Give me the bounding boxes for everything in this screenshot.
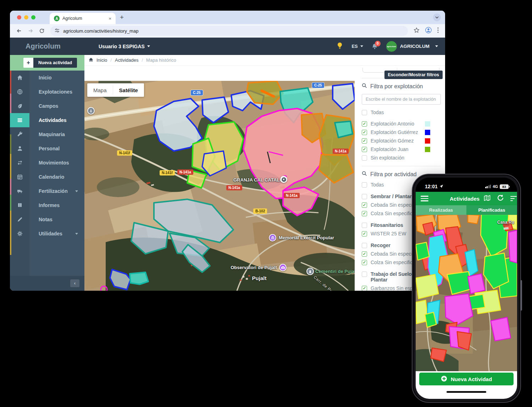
sidebar-item-fertilizacion[interactable]: Fertilización (10, 184, 84, 198)
sidebar-item-actividades[interactable]: Actividades (10, 113, 84, 127)
map-type-map-button[interactable]: Mapa (87, 83, 113, 97)
filter-row-explotacion-gutierrez[interactable]: Explotación Gutiérrez (362, 129, 441, 135)
browser-menu-icon[interactable] (437, 27, 439, 34)
checkbox-checked[interactable] (362, 147, 367, 152)
sidebar-item-personal[interactable]: Personal (10, 141, 84, 156)
color-swatch (425, 130, 430, 135)
checkbox-unchecked[interactable] (362, 243, 367, 248)
sidebar-item-inicio[interactable]: Inicio (10, 71, 84, 85)
menu-hamburger-icon[interactable] (421, 196, 428, 201)
sidebar-item-movimientos[interactable]: Movimientos (10, 156, 84, 170)
browser-tab[interactable]: A Agricolum × (50, 13, 116, 24)
sidebar-item-informes[interactable]: Informes (10, 198, 84, 212)
road-badge-n141f: N-141f (117, 150, 132, 156)
breadcrumb-separator: / (110, 57, 112, 63)
filter-row-explotacion-juan[interactable]: Explotación Juan (362, 146, 441, 152)
cementiri-marker-icon[interactable] (306, 268, 314, 275)
checkbox-unchecked[interactable] (362, 110, 367, 115)
checkbox-checked[interactable] (362, 138, 367, 144)
reload-icon[interactable] (39, 28, 45, 34)
bookmark-star-icon[interactable] (414, 27, 420, 35)
checkbox-unchecked[interactable] (362, 223, 367, 228)
checkbox-checked[interactable] (362, 211, 367, 216)
new-activity-label: Nueva actividad (33, 58, 77, 68)
checkbox-unchecked[interactable] (362, 182, 367, 188)
poi-label-cementiri[interactable]: Cementiri de Pujalt (315, 269, 355, 274)
poi-label-memorial[interactable]: Memorial Exèrcit Popular (279, 235, 334, 240)
sync-icon[interactable] (497, 194, 504, 203)
tab-search-chevron-icon[interactable] (433, 13, 441, 21)
sidebar-item-campos[interactable]: Campos (10, 99, 84, 113)
back-icon[interactable] (16, 28, 22, 34)
sidebar-item-explotaciones[interactable]: Explotaciones (10, 85, 84, 99)
home-icon (10, 71, 29, 85)
filter-icon[interactable] (510, 196, 517, 201)
window-controls[interactable] (10, 15, 41, 19)
close-window-button[interactable] (17, 15, 21, 19)
checkbox-checked[interactable] (362, 231, 367, 236)
filter-row-todas-explotacion[interactable]: Todas (362, 110, 441, 115)
phone-new-activity-button[interactable]: Nueva Actividad (419, 373, 514, 385)
minimize-window-button[interactable] (24, 15, 28, 19)
home-indicator[interactable] (447, 391, 486, 393)
notifications-button[interactable]: 0 (372, 43, 378, 50)
poi-label-pujalt[interactable]: Pujalt (243, 275, 275, 281)
language-selector[interactable]: ES (351, 44, 363, 49)
user-menu-label: Usuario 3 ESPIGAS (99, 44, 145, 49)
close-tab-icon[interactable]: × (108, 16, 112, 21)
filter-row-explotacion-gomez[interactable]: Explotación Gómez (362, 138, 441, 144)
checkbox-unchecked[interactable] (362, 194, 367, 199)
history-map[interactable]: Mapa Satélite C-25 C-25 N-141f N-141f N-… (84, 81, 355, 291)
breadcrumb-home[interactable]: Inicio (96, 57, 107, 63)
collapse-sidebar-button[interactable]: ‹ (70, 279, 79, 287)
forward-icon[interactable] (28, 28, 33, 34)
checkbox-checked[interactable] (362, 260, 367, 265)
checkbox-unchecked[interactable] (362, 272, 367, 277)
profile-avatar-icon[interactable] (425, 27, 432, 35)
checkbox-checked[interactable] (362, 202, 367, 208)
checkbox-checked[interactable] (362, 130, 367, 135)
idea-lightbulb-icon[interactable] (337, 42, 343, 51)
sidebar-item-utilidades[interactable]: Utilidades (10, 227, 84, 241)
breadcrumb-section[interactable]: Actividades (115, 57, 138, 63)
user-menu[interactable]: Usuario 3 ESPIGAS (99, 44, 150, 49)
transfer-arrows-icon (10, 156, 29, 170)
color-swatch (425, 147, 430, 152)
granja-marker-icon[interactable] (280, 176, 287, 183)
phone-side-button (520, 280, 522, 311)
new-activity-button[interactable]: + Nueva actividad (23, 58, 77, 68)
observatori-marker-icon[interactable] (279, 264, 287, 271)
chevron-down-icon (435, 45, 438, 47)
checkbox-checked[interactable] (362, 121, 367, 127)
sidebar-item-maquinaria[interactable]: Maquinaria (10, 127, 84, 141)
phone-tabs: Realizadas Planificadas (416, 205, 517, 215)
zoom-window-button[interactable] (31, 15, 35, 19)
tab-planificadas[interactable]: Planificadas (466, 205, 517, 215)
checkbox-checked[interactable] (362, 286, 367, 291)
map-type-satellite-button[interactable]: Satélite (113, 83, 144, 97)
account-menu[interactable]: agricolum AGRICOLUM (386, 41, 438, 52)
monument-marker-icon[interactable] (87, 107, 95, 115)
checkbox-checked[interactable] (362, 251, 367, 257)
road-badge-b102: B-102 (253, 208, 267, 214)
tab-realizadas[interactable]: Realizadas (416, 205, 466, 215)
site-settings-icon[interactable] (55, 28, 60, 34)
filter-row-sin-explotacion[interactable]: Sin explotación (362, 155, 441, 161)
poi-label-granja[interactable]: GRANJA CAL CATALÀ (233, 177, 283, 183)
explotacion-search-input[interactable] (362, 94, 441, 105)
poi-label-observatori[interactable]: Observatori de Pujalt (225, 265, 277, 270)
sidebar-item-label: Informes (29, 202, 84, 208)
phone-map[interactable]: Casa Ru (416, 215, 517, 371)
map-icon[interactable] (484, 195, 491, 202)
sidebar-item-calendario[interactable]: Calendario (10, 170, 84, 184)
app-brand[interactable]: Agricolum (10, 42, 84, 50)
memorial-marker-icon[interactable] (269, 234, 276, 241)
sidebar-item-notas[interactable]: Notas (10, 212, 84, 227)
filter-row-label: WISTER 25 EW (371, 231, 406, 236)
new-tab-button[interactable]: + (120, 13, 124, 21)
sidebar-footer: ‹ (10, 276, 84, 291)
checkbox-unchecked[interactable] (362, 155, 367, 161)
address-bar[interactable]: agricolum.com/activities/history_map (50, 26, 408, 36)
filter-row-explotacion-antonio[interactable]: Explotación Antonio (362, 121, 441, 127)
gear-icon (10, 227, 29, 241)
